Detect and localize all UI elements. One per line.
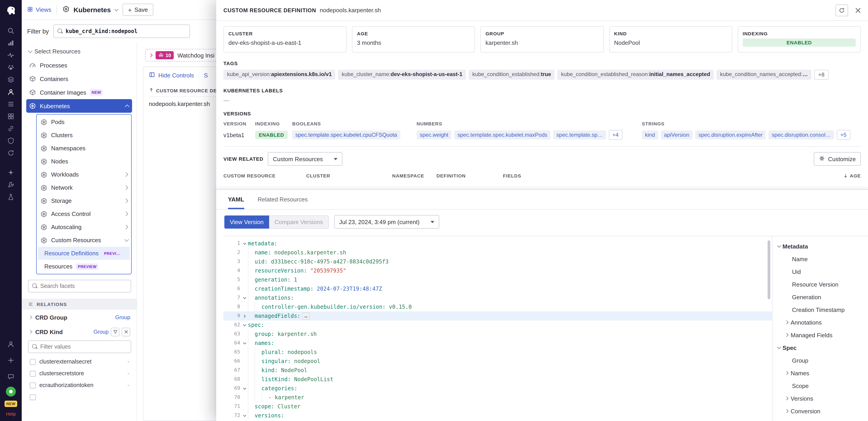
field-chip[interactable]: kind (642, 130, 658, 139)
fold-toggle[interactable] (240, 342, 248, 344)
outline-spec[interactable]: Spec (773, 341, 868, 354)
checkbox[interactable] (30, 370, 36, 376)
query-input[interactable] (66, 28, 186, 34)
list-icon[interactable] (4, 98, 18, 110)
tag[interactable]: kube_condition_established:true (469, 70, 555, 80)
fold-toggle[interactable] (240, 297, 248, 299)
hide-controls-button[interactable]: Hide Controls (149, 72, 194, 79)
outline-name[interactable]: Name (773, 253, 868, 265)
version-select[interactable]: Jul 23, 2024, 3:49 pm (current) (334, 215, 439, 229)
facet-group-crd-kind[interactable]: CRD Kind Group (26, 325, 133, 339)
views-link[interactable]: Views (27, 6, 51, 13)
outline-annotations[interactable]: Annotations (773, 316, 868, 329)
user-icon[interactable] (4, 338, 18, 350)
pulse-icon[interactable] (4, 49, 18, 61)
related-column-definition[interactable]: DEFINITION (436, 173, 503, 178)
field-chip[interactable]: spec.weight (416, 130, 452, 139)
wrench-icon[interactable] (4, 178, 18, 191)
outline-conversion[interactable]: Conversion (773, 405, 868, 417)
tag[interactable]: kube_condition_names_accepted:… (716, 70, 811, 80)
outline-names[interactable]: Names (773, 367, 868, 380)
filter-values-input[interactable] (40, 344, 127, 350)
more-fields-badge[interactable]: +5 (837, 130, 850, 140)
sidebar-item-nodes[interactable]: Nodes (38, 155, 130, 168)
field-chip[interactable]: apiVersion (661, 130, 692, 139)
paw-icon[interactable] (4, 61, 18, 73)
flask-icon[interactable] (4, 191, 18, 203)
layers-icon[interactable] (4, 73, 18, 86)
org-avatar[interactable] (6, 387, 16, 397)
close-icon[interactable] (855, 6, 862, 14)
chart-icon[interactable] (4, 37, 18, 49)
save-button[interactable]: + Save (123, 4, 153, 16)
facet-value-ecrauthorizationtoken[interactable]: ecrauthorizationtoken- (26, 380, 133, 391)
yaml-editor[interactable]: 1metadata:2name: nodepools.karpenter.sh3… (223, 236, 772, 421)
chat-icon[interactable] (4, 370, 18, 383)
sidebar-item-resources[interactable]: ResourcesPREVIEW (38, 260, 130, 273)
outline-uid[interactable]: Uid (773, 265, 868, 278)
fold-toggle[interactable] (240, 415, 248, 417)
outline-group[interactable]: Group (773, 354, 868, 367)
select-resources-header[interactable]: Select Resources (28, 48, 133, 55)
related-column-namespace[interactable]: NAMESPACE (392, 173, 436, 178)
more-fields-badge[interactable]: +4 (609, 130, 622, 140)
checkbox[interactable] (30, 382, 36, 388)
related-column-fields[interactable]: FIELDS (503, 173, 843, 178)
outline-versions[interactable]: Versions (773, 392, 868, 405)
sidebar-item-containers[interactable]: Containers (26, 72, 133, 86)
field-chip[interactable]: spec.disruption.consol… (769, 130, 834, 139)
checkbox[interactable] (30, 394, 36, 400)
editor-scrollbar[interactable] (768, 241, 770, 299)
sidebar-item-resource-definitions[interactable]: Resource DefinitionsPREVI… (38, 247, 130, 260)
tab-yaml[interactable]: YAML (228, 196, 244, 209)
sidebar-item-storage[interactable]: Storage (38, 194, 130, 207)
shield-icon[interactable] (4, 135, 18, 147)
related-column-custom-resource[interactable]: CUSTOM RESOURCE (223, 173, 306, 178)
clear-filter-icon[interactable] (122, 328, 130, 336)
related-column-cluster[interactable]: CLUSTER (306, 173, 392, 178)
search-icon[interactable] (4, 24, 18, 37)
sidebar-item-kubernetes[interactable]: Kubernetes (26, 99, 132, 113)
sidebar-item-pods[interactable]: Pods (38, 115, 130, 129)
facet-value-clusterexternalsecret[interactable]: clusterexternalsecret- (26, 356, 133, 368)
refresh-button[interactable] (835, 4, 848, 16)
grid-icon[interactable] (4, 110, 18, 122)
sparkle-icon[interactable] (4, 166, 18, 178)
outline-creation-timestamp[interactable]: Creation Timestamp (773, 303, 868, 316)
outline-metadata[interactable]: Metadata (773, 240, 868, 253)
tag[interactable]: kube_api_version:apiextensions.k8s.io/v1 (223, 70, 335, 80)
tab-related-resources[interactable]: Related Resources (257, 196, 308, 209)
group-link[interactable]: Group (115, 314, 130, 320)
field-chip[interactable]: spec.disruption.expireAfter (695, 130, 766, 139)
outline-scope[interactable]: Scope (773, 380, 868, 392)
fold-toggle[interactable] (240, 387, 248, 390)
group-link[interactable]: Group (93, 329, 108, 335)
people-icon[interactable] (4, 86, 18, 98)
outline-managed-fields[interactable]: Managed Fields (773, 329, 868, 341)
field-chip[interactable]: spec.template.spec.kubelet.cpuCFSQuota (292, 130, 400, 139)
sidebar-item-container-images[interactable]: Container ImagesNEW (26, 86, 133, 99)
view-version-button[interactable]: View Version (224, 215, 269, 228)
filter-icon[interactable] (111, 328, 119, 336)
sidebar-item-workloads[interactable]: Workloads (38, 168, 130, 181)
tags-more-badge[interactable]: +8 (814, 70, 829, 80)
sidebar-item-processes[interactable]: Processes (26, 58, 133, 72)
help-link[interactable]: Help (6, 411, 16, 417)
tag[interactable]: kube_cluster_name:dev-eks-shopist-a-us-e… (338, 70, 466, 80)
fold-toggle[interactable] (240, 243, 248, 245)
tag[interactable]: kube_condition_established_reason:initia… (557, 70, 714, 80)
sidebar-item-custom-resources[interactable]: Custom Resources (38, 233, 130, 247)
checkbox[interactable] (30, 359, 36, 365)
facet-group-crd-group[interactable]: CRD Group Group (26, 311, 133, 324)
sidebar-item-autoscaling[interactable]: Autoscaling (38, 221, 130, 233)
sidebar-item-namespaces[interactable]: Namespaces (38, 142, 130, 155)
sidebar-item-clusters[interactable]: Clusters (38, 129, 130, 142)
sync-icon[interactable] (4, 147, 18, 159)
view-related-select[interactable]: Custom Resources (268, 152, 342, 166)
sidebar-item-network[interactable]: Network (38, 181, 130, 194)
outline-generation[interactable]: Generation (773, 291, 868, 303)
field-chip[interactable]: spec.template.spec.kubelet.maxPods (454, 130, 551, 139)
outline-status[interactable]: Status (773, 417, 868, 421)
facet-value-clustersecretstore[interactable]: clustersecretstore- (26, 368, 133, 380)
fold-toggle[interactable] (240, 324, 248, 326)
